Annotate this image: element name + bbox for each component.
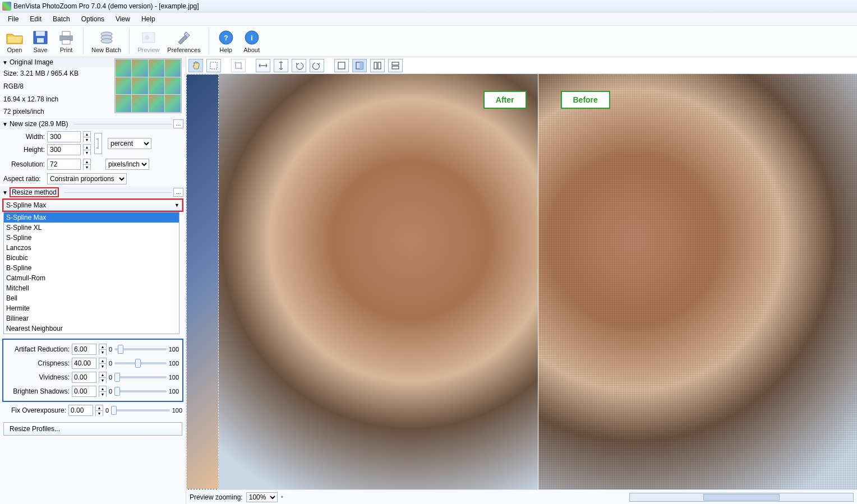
resize-profiles-button[interactable]: Resize Profiles... xyxy=(3,422,182,436)
height-label: Height: xyxy=(3,146,45,154)
newsize-header[interactable]: ▼New size (28.9 MB) ... xyxy=(0,118,186,130)
resize-method-header[interactable]: ▼ Resize method ... xyxy=(0,186,186,198)
option-bell[interactable]: Bell xyxy=(4,293,179,303)
fixover-spinner[interactable]: ▲▼ xyxy=(95,405,103,416)
option-catmull-rom[interactable]: Catmull-Rom xyxy=(4,273,179,283)
newsize-options-button[interactable]: ... xyxy=(173,119,183,128)
resize-method-select[interactable]: S-Spline Max ▼ xyxy=(3,200,182,211)
crisp-input[interactable] xyxy=(72,358,96,369)
option-sspline-max[interactable]: S-Spline Max xyxy=(4,212,179,223)
resize-method-options-button[interactable]: ... xyxy=(173,188,183,197)
menu-help[interactable]: Help xyxy=(136,13,161,25)
menu-options[interactable]: Options xyxy=(76,13,110,25)
range-min: 0 xyxy=(109,388,112,395)
width-input[interactable] xyxy=(47,131,81,142)
fixover-label: Fix Overexposure: xyxy=(3,406,66,414)
width-spinner[interactable]: ▲▼ xyxy=(83,131,91,142)
height-input[interactable] xyxy=(47,144,81,155)
brighten-label: Brighten Shadows: xyxy=(7,387,70,395)
separator xyxy=(129,29,130,54)
preferences-button[interactable]: Preferences xyxy=(164,29,204,54)
thumbnail[interactable] xyxy=(114,58,182,113)
titlebar: BenVista PhotoZoom Pro 7.0.4 (demo versi… xyxy=(0,0,857,12)
preview-area[interactable]: After Before xyxy=(186,74,857,489)
range-min: 0 xyxy=(109,346,112,353)
option-lanczos[interactable]: Lanczos xyxy=(4,243,179,253)
open-button[interactable]: Open xyxy=(2,29,27,54)
preview-label: Preview xyxy=(137,47,159,53)
preview-button[interactable]: Preview xyxy=(134,29,163,54)
resolution-input[interactable] xyxy=(47,159,81,170)
help-button[interactable]: ? Help xyxy=(214,29,238,54)
horizontal-scrollbar[interactable] xyxy=(629,493,854,502)
toolbar: Open Save Print New Batch Preview Prefer… xyxy=(0,26,857,57)
original-header-label: Original Image xyxy=(10,58,53,66)
fixover-slider[interactable] xyxy=(111,409,170,411)
menu-batch[interactable]: Batch xyxy=(47,13,76,25)
option-bicubic[interactable]: Bicubic xyxy=(4,253,179,263)
before-image[interactable]: Before xyxy=(538,74,858,489)
option-sspline-xl[interactable]: S-Spline XL xyxy=(4,223,179,233)
selection-tool-button[interactable] xyxy=(206,59,221,72)
option-nearest[interactable]: Nearest Neighbour xyxy=(4,323,179,334)
zoom-label: Preview zooming: xyxy=(190,493,243,501)
left-panel: ▼Original Image Size: 3.21 MB / 965.4 KB… xyxy=(0,57,186,504)
artifact-spinner[interactable]: ▲▼ xyxy=(99,344,107,355)
vivid-spinner[interactable]: ▲▼ xyxy=(99,372,107,383)
menu-view[interactable]: View xyxy=(110,13,136,25)
menu-edit[interactable]: Edit xyxy=(24,13,47,25)
range-max: 100 xyxy=(172,407,182,414)
zoom-select[interactable]: 100% xyxy=(246,492,278,502)
hand-tool-button[interactable] xyxy=(188,59,203,72)
flip-vertical-button[interactable] xyxy=(274,59,288,72)
resolution-spinner[interactable]: ▲▼ xyxy=(83,159,91,170)
split-view-horizontal-button[interactable] xyxy=(388,59,403,72)
option-mitchell[interactable]: Mitchell xyxy=(4,283,179,293)
open-label: Open xyxy=(7,47,22,53)
link-dimensions-button[interactable] xyxy=(94,133,102,154)
single-view-button[interactable] xyxy=(334,59,349,72)
brighten-slider[interactable] xyxy=(114,390,167,392)
option-bilinear[interactable]: Bilinear xyxy=(4,313,179,323)
crisp-slider[interactable] xyxy=(114,362,167,364)
print-button[interactable]: Print xyxy=(54,29,79,54)
vivid-input[interactable] xyxy=(72,372,96,383)
svg-rect-4 xyxy=(62,31,70,36)
window-title: BenVista PhotoZoom Pro 7.0.4 (demo versi… xyxy=(13,2,199,10)
unit-select[interactable]: percent xyxy=(108,138,151,149)
rotate-right-button[interactable] xyxy=(310,59,324,72)
new-batch-button[interactable]: New Batch xyxy=(88,29,125,54)
batch-icon xyxy=(98,30,116,45)
svg-text:i: i xyxy=(251,34,252,42)
resolution-unit-select[interactable]: pixels/inch xyxy=(105,159,149,170)
save-button[interactable]: Save xyxy=(28,29,53,54)
option-hermite[interactable]: Hermite xyxy=(4,303,179,313)
range-max: 100 xyxy=(169,360,179,367)
brighten-spinner[interactable]: ▲▼ xyxy=(99,386,107,397)
menu-file[interactable]: File xyxy=(2,13,24,25)
svg-rect-21 xyxy=(392,62,399,65)
after-image[interactable]: After xyxy=(219,74,538,489)
split-view-vertical-button[interactable] xyxy=(370,59,385,72)
split-view-fade-button[interactable] xyxy=(352,59,367,72)
floppy-icon xyxy=(31,30,49,45)
svg-rect-18 xyxy=(360,62,363,69)
brighten-input[interactable] xyxy=(72,386,96,397)
artifact-slider[interactable] xyxy=(114,348,167,350)
artifact-input[interactable] xyxy=(72,344,96,355)
aspect-select[interactable]: Constrain proportions xyxy=(47,173,127,184)
about-button[interactable]: i About xyxy=(239,29,264,54)
navigator-strip[interactable] xyxy=(186,74,219,489)
fixover-input[interactable] xyxy=(68,405,93,416)
crisp-spinner[interactable]: ▲▼ xyxy=(99,358,107,369)
aspect-label: Aspect ratio: xyxy=(3,175,45,183)
vivid-slider[interactable] xyxy=(114,376,167,378)
height-spinner[interactable]: ▲▼ xyxy=(83,144,91,155)
flip-horizontal-button[interactable] xyxy=(256,59,270,72)
option-sspline[interactable]: S-Spline xyxy=(4,233,179,243)
option-bspline[interactable]: B-Spline xyxy=(4,263,179,273)
svg-rect-20 xyxy=(378,62,381,69)
crop-button[interactable] xyxy=(231,59,246,72)
rotate-left-button[interactable] xyxy=(292,59,306,72)
vivid-label: Vividness: xyxy=(7,373,70,381)
